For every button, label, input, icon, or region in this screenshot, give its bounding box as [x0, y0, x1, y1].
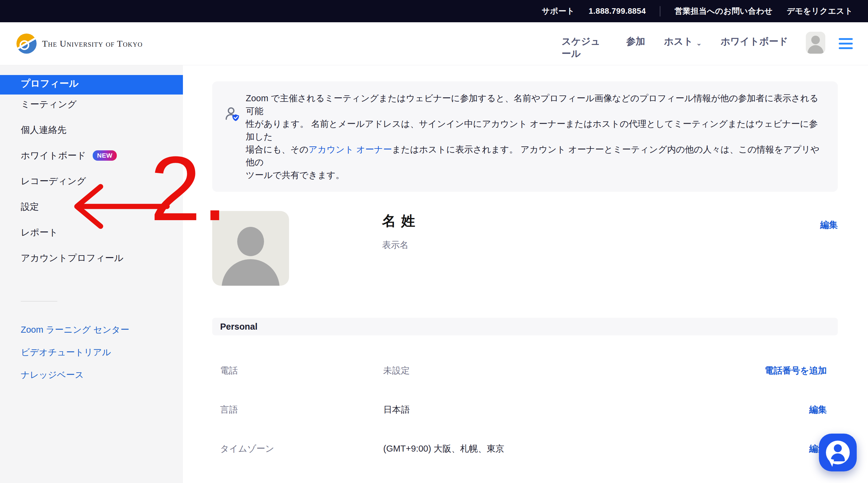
nav-join[interactable]: 参加: [626, 35, 645, 48]
nav-host[interactable]: ホスト ⌄: [664, 35, 702, 50]
sidebar: プロフィール ミーティング 個人連絡先 ホワイトボード NEW レコーディング …: [0, 65, 183, 483]
top-utility-bar: サポート 1.888.799.8854 営業担当へのお問い合わせ デモをリクエス…: [0, 0, 868, 22]
sidebar-item-whiteboard[interactable]: ホワイトボード NEW: [0, 143, 183, 168]
sidebar-item-profile-label: プロフィール: [21, 76, 79, 91]
language-label: 言語: [220, 404, 383, 416]
sidebar-item-reports[interactable]: レポート: [0, 219, 183, 245]
profile-picture-placeholder[interactable]: [212, 211, 289, 286]
sidebar-item-meetings[interactable]: ミーティング: [0, 91, 183, 117]
user-name: 名 姓: [382, 212, 416, 231]
topbar-divider: [660, 6, 660, 17]
phone-row: 電話 未設定 電話番号を追加: [212, 351, 838, 390]
chat-person-icon: [826, 441, 850, 464]
sidebar-link-learning-center[interactable]: Zoom ラーニング センター: [0, 319, 183, 341]
university-logo[interactable]: The University of Tokyo: [17, 34, 143, 54]
avatar-icon: [811, 36, 820, 44]
personal-section-header: Personal: [212, 318, 838, 335]
support-link[interactable]: サポート: [542, 6, 575, 17]
personal-rows: 電話 未設定 電話番号を追加 言語 日本語 編集 タイムゾーン (GMT+9:0…: [212, 351, 838, 483]
phone-value: 未設定: [383, 365, 410, 377]
add-phone-number-button[interactable]: 電話番号を追加: [765, 365, 838, 377]
edit-language-button[interactable]: 編集: [809, 404, 838, 416]
person-shield-icon: [224, 107, 246, 181]
contact-sales-link[interactable]: 営業担当へのお問い合わせ: [674, 6, 773, 17]
edit-date-format-button[interactable]: 編集: [809, 482, 838, 483]
profile-header-section: 名 姓 表示名 編集: [212, 211, 838, 286]
date-format-row: 日付形式 yyyy/mm/dd Example: 2022/12/28 編集: [212, 469, 838, 483]
main-content: Zoom で主催されるミーティングまたはウェビナーに参加すると、名前やプロフィー…: [183, 65, 868, 483]
phone-label: 電話: [220, 365, 383, 377]
support-chat-button[interactable]: [819, 433, 857, 472]
sidebar-link-knowledge-base[interactable]: ナレッジベース: [0, 364, 183, 386]
profile-avatar-button[interactable]: [806, 32, 825, 54]
account-owner-link[interactable]: アカウント オーナー: [309, 145, 392, 154]
sidebar-item-recordings[interactable]: レコーディング: [0, 168, 183, 194]
sidebar-divider: [21, 301, 57, 302]
header: The University of Tokyo スケジュール 参加 ホスト ⌄ …: [0, 22, 868, 65]
sidebar-link-video-tutorials[interactable]: ビデオチュートリアル: [0, 341, 183, 364]
language-row: 言語 日本語 編集: [212, 390, 838, 429]
sidebar-item-account-profile[interactable]: アカウントプロフィール: [0, 245, 183, 271]
date-format-label: 日付形式: [220, 482, 383, 483]
sidebar-item-whiteboard-label: ホワイトボード: [21, 149, 86, 162]
display-name: 表示名: [382, 239, 416, 251]
personal-section-title: Personal: [220, 322, 258, 332]
nav-host-label: ホスト: [664, 35, 693, 48]
nav-schedule[interactable]: スケジュール: [562, 35, 607, 60]
hamburger-menu-icon[interactable]: [839, 38, 853, 49]
edit-profile-button[interactable]: 編集: [820, 219, 838, 231]
phone-number-link[interactable]: 1.888.799.8854: [589, 6, 646, 16]
zoom-profile-page: サポート 1.888.799.8854 営業担当へのお問い合わせ デモをリクエス…: [0, 0, 868, 483]
person-silhouette-icon: [237, 227, 264, 256]
sidebar-item-settings[interactable]: 設定: [0, 194, 183, 219]
university-logo-text: The University of Tokyo: [42, 38, 143, 49]
timezone-label: タイムゾーン: [220, 443, 383, 455]
chevron-down-icon: ⌄: [696, 37, 702, 50]
nav-whiteboard[interactable]: ホワイトボード: [721, 35, 788, 48]
privacy-notice-text: Zoom で主催されるミーティングまたはウェビナーに参加すると、名前やプロフィー…: [246, 92, 826, 181]
new-badge: NEW: [93, 150, 117, 161]
request-demo-link[interactable]: デモをリクエスト: [786, 6, 853, 17]
timezone-row: タイムゾーン (GMT+9:00) 大阪、札幌、東京 編集: [212, 429, 838, 469]
university-logo-icon: [17, 34, 37, 54]
privacy-notice-banner: Zoom で主催されるミーティングまたはウェビナーに参加すると、名前やプロフィー…: [212, 82, 838, 192]
timezone-value: (GMT+9:00) 大阪、札幌、東京: [383, 443, 504, 455]
header-nav: スケジュール 参加 ホスト ⌄ ホワイトボード: [562, 27, 788, 60]
language-value: 日本語: [383, 404, 410, 416]
sidebar-item-contacts[interactable]: 個人連絡先: [0, 117, 183, 143]
